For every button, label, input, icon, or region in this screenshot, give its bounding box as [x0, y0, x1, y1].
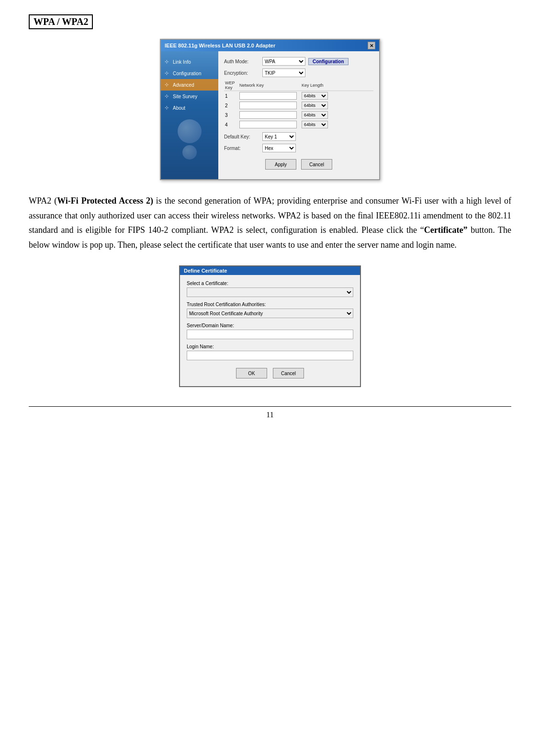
wep-row-2: 2 64bits: [224, 101, 373, 110]
cert-dialog: Define Certificate Select a Certificate:…: [179, 265, 361, 387]
cert-cancel-button[interactable]: Cancel: [273, 368, 304, 378]
sidebar-item-label: About: [173, 105, 185, 111]
login-name-input[interactable]: [187, 351, 353, 360]
sitesurvey-icon: ⊹: [165, 93, 170, 99]
about-icon: ⊹: [165, 105, 170, 111]
dialog-titlebar: IEEE 802.11g Wireless LAN USB 2.0 Adapte…: [161, 40, 379, 51]
page-number: 11: [29, 406, 511, 419]
body-text-bold2: Certificate”: [424, 225, 468, 235]
configuration-button[interactable]: Configuration: [308, 58, 349, 65]
key-length-select-4[interactable]: 64bits: [302, 121, 328, 128]
wpa-dialog-screenshot: IEEE 802.11g Wireless LAN USB 2.0 Adapte…: [29, 39, 511, 180]
main-content-area: Auth Mode: WPA Configuration Encryption:…: [218, 51, 379, 179]
auth-mode-row: Auth Mode: WPA Configuration: [224, 57, 373, 66]
dialog-action-buttons: Apply Cancel: [224, 155, 373, 173]
sidebar: ⊹ Link Info ⊹ Configuration ⊹ Advanced ⊹…: [161, 51, 218, 179]
cert-body: Select a Certificate: Trusted Root Certi…: [180, 275, 360, 386]
default-key-row: Default Key: Key 1: [224, 132, 373, 141]
server-domain-input[interactable]: [187, 330, 353, 339]
auth-mode-select[interactable]: WPA: [262, 57, 305, 66]
cert-select-label: Select a Certificate:: [187, 281, 353, 286]
wep-row-4: 4 64bits: [224, 120, 373, 129]
wep-key-header: WEP Key: [224, 80, 238, 91]
sidebar-decoration: [161, 117, 218, 160]
network-key-input-4[interactable]: [239, 121, 297, 128]
sidebar-item-linkinfo[interactable]: ⊹ Link Info: [161, 56, 218, 68]
body-text-bold1: Wi-Fi Protected Access 2): [57, 196, 153, 206]
cert-select-group: Select a Certificate:: [187, 281, 353, 297]
format-label: Format:: [224, 146, 262, 151]
decorative-circle-large: [178, 119, 202, 143]
sidebar-item-label: Advanced: [173, 82, 194, 88]
sidebar-item-advanced[interactable]: ⊹ Advanced: [161, 79, 218, 91]
apply-button[interactable]: Apply: [265, 159, 296, 170]
cancel-button[interactable]: Cancel: [301, 159, 332, 170]
wep-key-table: WEP Key Network Key Key Length 1 64bits …: [224, 80, 373, 129]
body-paragraph: WPA2 (Wi-Fi Protected Access 2) is the s…: [29, 194, 511, 252]
wep-row-3: 3 64bits: [224, 110, 373, 120]
page-title: WPA / WPA2: [29, 14, 93, 29]
configuration-icon: ⊹: [165, 70, 170, 76]
sidebar-item-label: Link Info: [173, 59, 191, 65]
sidebar-item-label: Site Survey: [173, 94, 197, 99]
linkinfo-icon: ⊹: [165, 59, 170, 65]
network-key-input-3[interactable]: [239, 111, 297, 119]
trusted-root-select[interactable]: Microsoft Root Certificate Authority: [187, 309, 353, 318]
dialog-title: IEEE 802.11g Wireless LAN USB 2.0 Adapte…: [165, 43, 275, 48]
wep-row-num-3: 3: [224, 110, 238, 120]
close-icon[interactable]: ✕: [368, 42, 375, 49]
wep-row-num-4: 4: [224, 120, 238, 129]
format-row: Format: Hex: [224, 144, 373, 152]
advanced-icon: ⊹: [165, 82, 170, 88]
dialog-body: ⊹ Link Info ⊹ Configuration ⊹ Advanced ⊹…: [161, 51, 379, 179]
ok-button[interactable]: OK: [236, 368, 267, 378]
encryption-select[interactable]: TKIP: [262, 69, 305, 77]
cert-dialog-screenshot: Define Certificate Select a Certificate:…: [29, 265, 511, 387]
sidebar-item-about[interactable]: ⊹ About: [161, 102, 218, 114]
wep-row-num-2: 2: [224, 101, 238, 110]
key-length-header: Key Length: [301, 80, 373, 91]
wep-row-num-1: 1: [224, 91, 238, 101]
cert-select-dropdown[interactable]: [187, 287, 353, 297]
login-name-label: Login Name:: [187, 344, 353, 349]
network-key-input-2[interactable]: [239, 102, 297, 109]
key-length-select-3[interactable]: 64bits: [302, 111, 328, 119]
key-length-select-1[interactable]: 64bits: [302, 92, 328, 100]
auth-mode-label: Auth Mode:: [224, 59, 262, 64]
key-length-select-2[interactable]: 64bits: [302, 102, 328, 109]
server-domain-group: Server/Domain Name:: [187, 323, 353, 339]
sidebar-item-label: Configuration: [173, 71, 201, 76]
wep-row-1: 1 64bits: [224, 91, 373, 101]
trusted-root-group: Trusted Root Certification Authorities: …: [187, 302, 353, 318]
sidebar-item-configuration[interactable]: ⊹ Configuration: [161, 68, 218, 79]
default-key-label: Default Key:: [224, 134, 262, 139]
encryption-row: Encryption: TKIP: [224, 69, 373, 77]
decorative-circle-small: [182, 145, 197, 160]
trusted-root-label: Trusted Root Certification Authorities:: [187, 302, 353, 307]
format-select[interactable]: Hex: [262, 144, 296, 152]
cert-dialog-title: Define Certificate: [184, 268, 227, 274]
network-key-input-1[interactable]: [239, 92, 297, 100]
encryption-label: Encryption:: [224, 70, 262, 76]
sidebar-item-sitesurvey[interactable]: ⊹ Site Survey: [161, 91, 218, 102]
login-name-group: Login Name:: [187, 344, 353, 360]
server-domain-label: Server/Domain Name:: [187, 323, 353, 328]
main-dialog: IEEE 802.11g Wireless LAN USB 2.0 Adapte…: [160, 39, 380, 180]
default-key-select[interactable]: Key 1: [262, 132, 296, 141]
body-text-part1: WPA2 (: [29, 196, 57, 206]
network-key-header: Network Key: [238, 80, 301, 91]
cert-action-buttons: OK Cancel: [187, 365, 353, 380]
cert-titlebar: Define Certificate: [180, 266, 360, 275]
